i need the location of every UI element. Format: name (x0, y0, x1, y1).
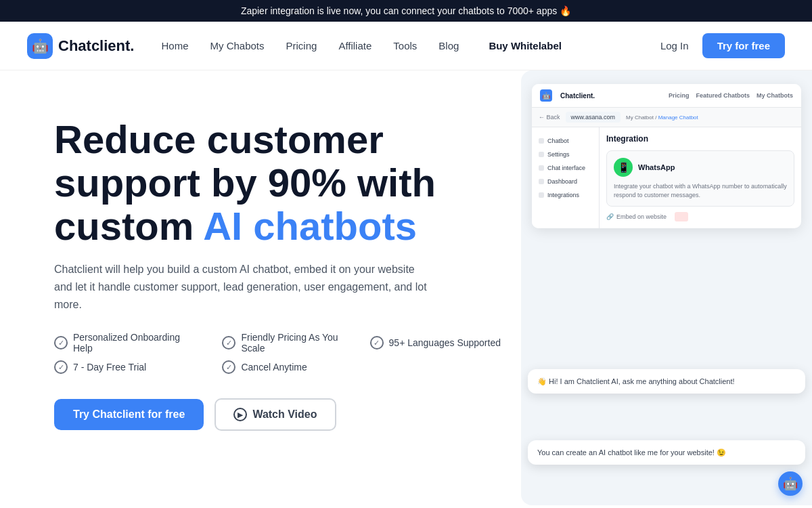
sidebar-label-chatbot: Chatbot (547, 137, 569, 144)
nav-pricing[interactable]: Pricing (286, 40, 317, 51)
embed-label: Embed on website (616, 213, 667, 220)
chat-bubble-2: You can create an AI chatbot like me for… (528, 440, 805, 465)
app-topbar: 🤖 Chatclient. Pricing Featured Chatbots … (532, 84, 801, 108)
logo-text: Chatclient. (58, 37, 134, 55)
hero-left: Reduce customer support by 90% with cust… (54, 104, 501, 431)
sidebar-chatbot: Chatbot (532, 134, 599, 148)
hero-right-mockup: 🤖 Chatclient. Pricing Featured Chatbots … (521, 70, 812, 505)
top-banner: Zapier integration is live now, you can … (0, 0, 812, 22)
feature-label-5: Cancel Anytime (241, 362, 307, 373)
url-bar: www.asana.com (566, 112, 621, 123)
browser-mockup: 🤖 Chatclient. Pricing Featured Chatbots … (532, 84, 801, 228)
whatsapp-desc: Integrate your chatbot with a WhatsApp n… (614, 182, 787, 199)
check-icon-1: ✓ (54, 336, 68, 350)
topbar-link-pricing: Pricing (669, 92, 690, 99)
sidebar-label-dashboard: Dashboard (547, 178, 577, 185)
sidebar-settings: Settings (532, 148, 599, 161)
app-content: Integration 📱 WhatsApp Integrate your ch… (600, 127, 801, 228)
embed-badge (675, 212, 688, 221)
hero-subtitle: Chatclient will help you build a custom … (54, 261, 433, 313)
nav-home[interactable]: Home (161, 40, 188, 51)
nav-affiliate[interactable]: Affiliate (338, 40, 371, 51)
whatsapp-card: 📱 WhatsApp Integrate your chatbot with a… (606, 150, 794, 207)
feature-5: ✓ Cancel Anytime (222, 360, 342, 374)
play-icon: ▶ (233, 408, 247, 421)
nav-actions: Log In Try for free (660, 33, 785, 58)
check-icon-4: ✓ (54, 360, 68, 374)
back-button: ← Back (539, 114, 560, 121)
cta-buttons: Try Chatclient for free ▶ Watch Video (54, 398, 501, 431)
topbar-link-featured: Featured Chatbots (696, 92, 750, 99)
hero-title-line1: Reduce customer (54, 117, 384, 161)
hero-title: Reduce customer support by 90% with cust… (54, 118, 501, 247)
sidebar-dot-settings (539, 152, 544, 157)
chatbot-widget-icon[interactable]: 🤖 (778, 471, 803, 496)
feature-2: ✓ Friendly Pricing As You Scale (222, 332, 342, 354)
cta-secondary-button[interactable]: ▶ Watch Video (215, 398, 336, 431)
sidebar-label-settings: Settings (547, 151, 570, 158)
chat-text-2: You can create an AI chatbot like me for… (537, 448, 726, 457)
feature-label-2: Friendly Pricing As You Scale (241, 332, 342, 354)
integration-title: Integration (606, 134, 794, 144)
url-text: www.asana.com (571, 114, 616, 121)
nav-buy-whitelabel[interactable]: Buy Whitelabel (489, 40, 562, 51)
feature-3: ✓ 95+ Languages Supported (370, 332, 501, 354)
url-bar-row: ← Back www.asana.com My Chatbot / Manage… (532, 108, 801, 127)
sidebar-dot-chatbot (539, 138, 544, 144)
try-free-button[interactable]: Try for free (702, 33, 785, 58)
mockup-container: 🤖 Chatclient. Pricing Featured Chatbots … (521, 70, 812, 505)
app-logo-small: 🤖 (540, 89, 552, 102)
sidebar-chat-interface: Chat interface (532, 161, 599, 175)
sidebar-dot-chat-interface (539, 165, 544, 171)
chat-text-1: 👋 Hi! I am Chatclient AI, ask me anythin… (537, 377, 735, 385)
navbar: 🤖 Chatclient. Home My Chabots Pricing Af… (0, 22, 812, 70)
nav-tools[interactable]: Tools (393, 40, 417, 51)
sidebar-integrations: Integrations (532, 188, 599, 202)
app-sidebar: Chatbot Settings Chat interface Das (532, 127, 600, 228)
main-section: Reduce customer support by 90% with cust… (0, 70, 812, 505)
breadcrumb-link: Manage Chatbot (658, 114, 698, 121)
feature-4: ✓ 7 - Day Free Trial (54, 360, 195, 374)
login-button[interactable]: Log In (660, 40, 689, 51)
sidebar-label-integrations: Integrations (547, 192, 579, 198)
app-logo-name: Chatclient. (560, 92, 595, 100)
feature-label-1: Personalized Onboarding Help (73, 332, 195, 354)
logo[interactable]: 🤖 Chatclient. (27, 33, 134, 59)
feature-1: ✓ Personalized Onboarding Help (54, 332, 195, 354)
nav-my-chabots[interactable]: My Chabots (210, 40, 264, 51)
sidebar-dashboard: Dashboard (532, 175, 599, 188)
feature-label-3: 95+ Languages Supported (389, 337, 501, 348)
feature-label-4: 7 - Day Free Trial (73, 362, 146, 373)
check-icon-2: ✓ (222, 336, 235, 350)
nav-links: Home My Chabots Pricing Affiliate Tools … (161, 40, 660, 51)
topbar-link-mychatbots: My Chatbots (757, 92, 793, 99)
embed-row: 🔗 Embed on website (606, 212, 794, 221)
features-grid: ✓ Personalized Onboarding Help ✓ Friendl… (54, 332, 501, 374)
breadcrumb: My Chatbot / Manage Chatbot (626, 114, 698, 121)
sidebar-dot-dashboard (539, 179, 544, 184)
sidebar-dot-integrations (539, 192, 544, 198)
whatsapp-title: WhatsApp (638, 163, 675, 171)
hero-title-line3-blue: AI chatbots (203, 204, 417, 248)
cta-secondary-label: Watch Video (252, 408, 317, 421)
embed-icon: 🔗 (606, 213, 614, 220)
whatsapp-header: 📱 WhatsApp (614, 158, 787, 177)
banner-text: Zapier integration is live now, you can … (241, 5, 571, 16)
hero-title-line3-plain: custom (54, 204, 203, 248)
sidebar-label-chat-interface: Chat interface (547, 165, 585, 171)
logo-icon: 🤖 (27, 33, 53, 59)
check-icon-5: ✓ (222, 360, 235, 374)
chat-bubble-1: 👋 Hi! I am Chatclient AI, ask me anythin… (528, 369, 805, 394)
whatsapp-icon: 📱 (614, 158, 633, 177)
nav-blog[interactable]: Blog (438, 40, 459, 51)
hero-title-line2: support by 90% with (54, 161, 436, 205)
cta-primary-button[interactable]: Try Chatclient for free (54, 399, 204, 430)
app-body: Chatbot Settings Chat interface Das (532, 127, 801, 228)
app-topbar-links: Pricing Featured Chatbots My Chatbots (669, 92, 793, 99)
check-icon-3: ✓ (370, 336, 384, 350)
